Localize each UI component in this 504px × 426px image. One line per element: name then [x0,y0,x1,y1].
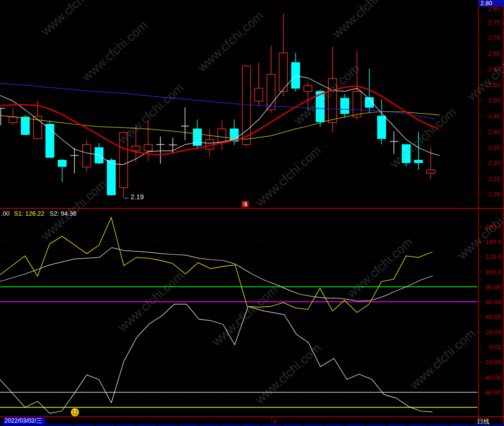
candle-body [132,146,140,151]
watermark: www.cfchi.com [406,326,478,392]
line-ma-red [0,86,438,155]
price-axis-label: 2.40 [488,128,500,135]
price-axis-label: 2.20 [488,191,500,198]
candle-body [83,144,91,167]
indicator-axis-label: 0.00 [489,344,501,351]
candle-body [292,63,300,88]
indicator-value-row: .00S1: 126.22S2: 94.36 [1,210,77,217]
watermark: www.cfchi.com [79,18,150,84]
watermark: www.cfchi.com [209,283,280,349]
watermark: www.cfchi.com [464,37,504,103]
period-label[interactable]: 日线 [477,417,490,426]
watermark: www.cfchi.com [252,340,324,407]
strip-cell [241,424,260,426]
strip-cell [179,424,198,426]
indicator-axis-label: 100.0 [485,269,501,276]
price-axis-label: 2.65 [488,50,500,57]
low-price-annotation: ←2.19 [124,193,144,201]
indicator-s2-value: S2: 94.36 [50,210,77,217]
candle-body [107,160,116,195]
indicator-axis-label: 40.00 [485,313,501,321]
watermark: www.cfchi.com [115,80,186,147]
price-axis-label: 2.50 [488,97,500,104]
indicator-line-s3 [0,304,432,413]
candle-body [21,117,29,134]
watermark: www.cfchi.com [194,8,266,75]
watermark: www.cfchi.com [38,0,109,39]
strip-cell [75,424,93,426]
strip-cell [95,424,114,426]
watermark: www.cfchi.com [329,0,401,41]
strip-cell [117,424,135,426]
price-axis-label: 2.25 [488,175,500,182]
watermark: www.cfchi.com [454,196,504,262]
indicator-axis-label: 20.00 [485,329,501,336]
strip-cell [409,424,427,426]
indicator-s1-value: S1: 126.22 [14,210,44,217]
candle-body [255,88,263,101]
indicator-axis-label: 60.00 [485,298,501,306]
strip-cell [450,424,469,426]
strip-cell [200,424,219,426]
indicator-axis-label: -40.00 [483,374,501,381]
strip-cell [221,424,239,426]
candle-body [414,160,423,163]
strip-cell [325,424,344,426]
stock-chart-app: 2.802.752.702.652.602.552.502.452.402.35… [0,0,504,426]
candle-body [58,160,66,167]
strip-cell [367,424,385,426]
candle-body [218,129,226,142]
candle-body [427,170,435,173]
price-max-box: 2.80 [478,0,504,7]
indicator-axis-label: -20.00 [483,359,501,366]
indicator-prefix-value: .00 [1,210,10,217]
price-axis-label: 2.35 [488,144,500,151]
watermark: www.cfchi.com [344,234,415,301]
watermark: www.cfchi.com [252,143,324,209]
strip-cell [158,424,177,426]
price-axis-label: 2.30 [488,159,500,167]
candle-body [144,144,152,151]
candle-body [378,116,386,139]
limit-up-marker[interactable]: 涨 [241,201,249,207]
date-cell[interactable]: 2022/03/02/三 [3,417,45,424]
smiley-marker [71,408,79,416]
indicator-axis-label: 120.0 [485,253,501,260]
candle-body [353,91,361,117]
candle-body [341,98,349,114]
watermark: www.cfchi.com [291,61,362,128]
strip-cell [137,424,156,426]
price-axis-label: 2.70 [488,34,500,41]
strip-cell [429,424,448,426]
candle-body [304,86,312,91]
strip-cell [346,424,365,426]
strip-cell [492,424,504,426]
strip-cell [304,424,323,426]
indicator-axis-label: -60.00 [483,389,501,396]
indicator-line-s1 [0,218,432,312]
strip-cell [388,424,407,426]
strip-cell [263,424,281,426]
month-axis-label: 4 [273,418,276,425]
strip-cell [1,424,72,426]
indicator-axis-label: 80.00 [485,284,501,291]
candle-body [9,117,17,123]
strip-cell [283,424,302,426]
price-axis-label: 2.45 [488,113,500,120]
price-axis-label: 2.75 [488,19,500,26]
